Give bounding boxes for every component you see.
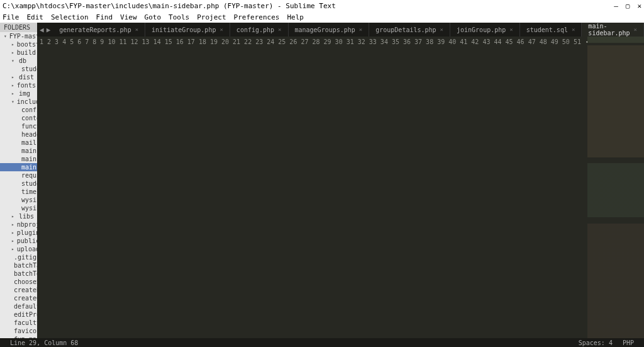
tab-config-php[interactable]: config.php× <box>230 23 289 37</box>
menu-view[interactable]: View <box>120 13 137 21</box>
file-editprofilefaculty-php[interactable]: editProfileFaculty.php <box>0 310 37 319</box>
folder-db[interactable]: ▾db <box>0 57 37 65</box>
file-createbatch-php[interactable]: createBatch.php <box>0 286 37 294</box>
folder-sidebar[interactable]: FOLDERS ▾FYP-master▸bootstrap▸build▾dbst… <box>0 23 37 338</box>
file-mail-tempelates-php[interactable]: mail-tempelates.php <box>0 139 37 147</box>
minimize-icon[interactable]: — <box>614 2 618 10</box>
tab-nav-arrows[interactable]: ◀ ▶ <box>37 23 53 37</box>
file-defaultconfigsmodal-php[interactable]: defaultConfigsModal.php <box>0 302 37 310</box>
menu-tools[interactable]: Tools <box>169 13 189 21</box>
file-content-header-php[interactable]: content-header.php <box>0 114 37 122</box>
file-main-footer-php[interactable]: main-footer.php <box>0 147 37 155</box>
tab-groupdetails-php[interactable]: groupDetails.php× <box>369 23 450 37</box>
menu-project[interactable]: Project <box>197 13 226 21</box>
file-timeline-php[interactable]: timeline.php <box>0 188 37 196</box>
file-fyp_management_system-sql[interactable]: fyp_management_system.sql <box>0 335 37 338</box>
tab-close-icon[interactable]: × <box>509 26 513 33</box>
folder-fonts[interactable]: ▸fonts <box>0 81 37 89</box>
folder-bootstrap[interactable]: ▸bootstrap <box>0 40 37 48</box>
file-favicon-ico[interactable]: favicon.ico <box>0 327 37 335</box>
folder-img[interactable]: ▸img <box>0 89 37 98</box>
file-batchtemplates-php[interactable]: batchTemplates.php <box>0 270 37 278</box>
tab-close-icon[interactable]: × <box>219 26 223 33</box>
window-controls: — ▢ ✕ <box>614 2 641 10</box>
file-header-php[interactable]: header.php <box>0 130 37 139</box>
status-language[interactable]: PHP <box>618 339 639 346</box>
file--gitignore[interactable]: .gitignore <box>0 253 37 261</box>
tab-close-icon[interactable]: × <box>359 26 362 33</box>
folder-build[interactable]: ▸build <box>0 48 37 57</box>
menu-preferences[interactable]: Preferences <box>234 13 280 21</box>
status-spaces[interactable]: Spaces: 4 <box>574 339 618 346</box>
tab-close-icon[interactable]: × <box>278 26 281 33</box>
tab-close-icon[interactable]: × <box>440 26 443 33</box>
close-icon[interactable]: ✕ <box>637 2 641 10</box>
file-main-header-php[interactable]: main-header.php <box>0 155 37 163</box>
file-createcustomconfigs-php[interactable]: createCustomConfigs.php <box>0 294 37 302</box>
line-gutter: 1 2 3 4 5 6 7 8 9 10 11 12 13 14 15 16 1… <box>37 37 586 338</box>
chevron-right-icon[interactable]: ▶ <box>47 26 51 34</box>
file-batchtasks-php[interactable]: batchTasks.php <box>0 261 37 270</box>
tab-managegroups-php[interactable]: manageGroups.php× <box>289 23 370 37</box>
tab-bar[interactable]: ◀ ▶ generateReports.php×initiateGroup.ph… <box>37 23 644 37</box>
status-position[interactable]: Line 29, Column 68 <box>5 339 83 346</box>
folder-uploads[interactable]: ▸uploads <box>0 245 37 253</box>
folders-header: FOLDERS <box>0 23 37 32</box>
menu-file[interactable]: File <box>3 13 19 21</box>
folder-public[interactable]: ▸public <box>0 237 37 245</box>
menu-find[interactable]: Find <box>96 13 113 21</box>
minimap[interactable] <box>587 37 644 338</box>
tab-joingroup-php[interactable]: joinGroup.php× <box>450 23 520 37</box>
file-main-sidebar-php[interactable]: main-sidebar.php <box>0 163 37 171</box>
file-student-sql[interactable]: student.sql <box>0 65 37 73</box>
menu-goto[interactable]: Goto <box>145 13 162 21</box>
folder-dist[interactable]: ▸dist <box>0 73 37 81</box>
file-wysihtml5_css-php[interactable]: wysihtml5_css.php <box>0 196 37 204</box>
file-functions-php[interactable]: functions.php <box>0 122 37 130</box>
maximize-icon[interactable]: ▢ <box>626 2 630 10</box>
file-choosesupervisor-php[interactable]: chooseSupervisor.php <box>0 278 37 286</box>
menu-bar[interactable]: FileEditSelectionFindViewGotoToolsProjec… <box>0 11 644 23</box>
status-bar: Line 29, Column 68 Spaces: 4 PHP <box>0 338 644 347</box>
menu-help[interactable]: Help <box>287 13 304 21</box>
file-wysihtml5_js-php[interactable]: wysihtml5_js.php <box>0 204 37 212</box>
tab-student-sql[interactable]: student.sql× <box>520 23 582 37</box>
folder-nbproject[interactable]: ▸nbproject <box>0 220 37 229</box>
tab-close-icon[interactable]: × <box>135 26 138 33</box>
tab-close-icon[interactable]: × <box>572 26 575 33</box>
tab-generatereports-php[interactable]: generateReports.php× <box>53 23 145 37</box>
folder-fyp-master[interactable]: ▾FYP-master <box>0 32 37 40</box>
file-facultytimeline-php[interactable]: facultyTimeline.php <box>0 319 37 327</box>
folder-libs[interactable]: ▸libs <box>0 212 37 220</box>
file-student-php[interactable]: student.php <box>0 179 37 188</box>
file-required_js-php[interactable]: required_js.php <box>0 171 37 179</box>
tab-main-sidebar-php[interactable]: main-sidebar.php× <box>582 23 644 37</box>
tab-initiategroup-php[interactable]: initiateGroup.php× <box>145 23 230 37</box>
tab-close-icon[interactable]: × <box>634 26 637 33</box>
menu-selection[interactable]: Selection <box>51 13 89 21</box>
file-config-php[interactable]: config.php <box>0 106 37 114</box>
folder-includes[interactable]: ▾includes <box>0 98 37 106</box>
window-title: C:\xampp\htdocs\FYP-master\includes\main… <box>3 2 614 10</box>
menu-edit[interactable]: Edit <box>27 13 44 21</box>
folder-plugins[interactable]: ▸plugins <box>0 229 37 237</box>
chevron-left-icon[interactable]: ◀ <box>40 26 44 34</box>
